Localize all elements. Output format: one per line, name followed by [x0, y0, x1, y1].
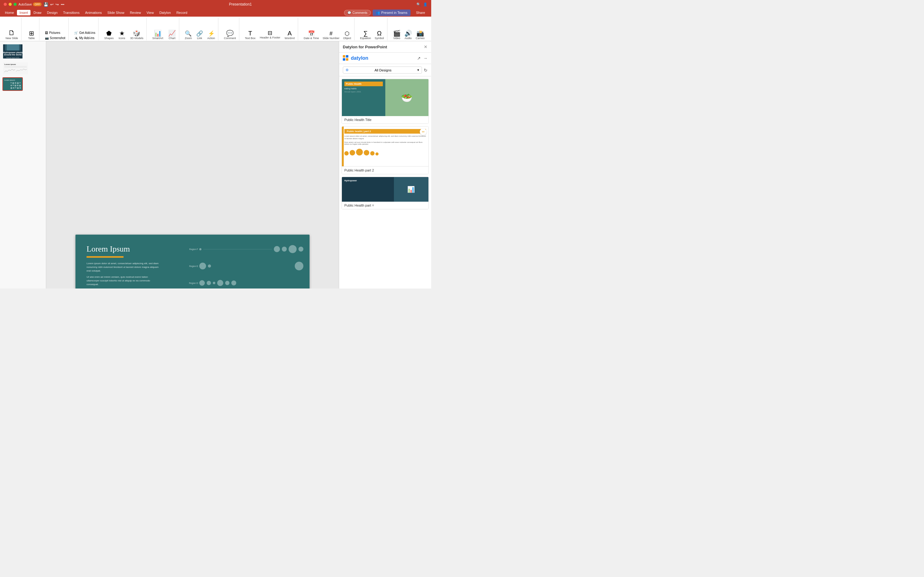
slide-thumb-wrapper-3: 3 Lorem ipsum	[2, 77, 44, 91]
textbox-btn[interactable]: T Text Box	[243, 29, 257, 40]
table-btn[interactable]: ⊞ Table	[27, 29, 36, 40]
design-card-2[interactable]: ✏ Public health | part 2 Lorem ipsum dol…	[342, 126, 429, 174]
smartart-btn[interactable]: 📊 SmartArt	[151, 29, 164, 40]
ph2-bubble	[376, 152, 379, 155]
chart-row-e: Region E	[183, 258, 303, 275]
ribbon-group-diagrams: 📊 SmartArt 📈 Chart	[149, 18, 179, 40]
shapes-icon: ⬟	[106, 30, 111, 36]
close-btn[interactable]	[4, 3, 7, 6]
textbox-icon: T	[248, 30, 252, 36]
undo-icon[interactable]: ↩	[50, 2, 53, 7]
action-icon: ⚡	[208, 31, 214, 36]
external-link-icon[interactable]: ↗	[417, 56, 421, 61]
menu-transitions[interactable]: Transitions	[61, 10, 82, 15]
slide-thumb-3[interactable]: Lorem ipsum	[2, 77, 23, 91]
audio-btn[interactable]: 🔊 Audio	[403, 29, 413, 40]
more-options-icon[interactable]: •••	[61, 2, 65, 6]
get-addins-btn[interactable]: 🛒 Get Add-ins	[73, 31, 97, 35]
ribbon-group-slides: 🗋 New Slide	[2, 18, 21, 40]
designs-list: Public Health eating habits Annual repor…	[339, 76, 431, 288]
bubble	[199, 248, 202, 250]
minimize-btn[interactable]	[9, 3, 12, 6]
shapes-btn[interactable]: ⬟ Shapes	[103, 29, 115, 40]
comment-btn[interactable]: 💬 Comment	[223, 29, 237, 40]
bubble	[199, 280, 205, 286]
chart-row-d: Region D	[183, 275, 303, 289]
panel-close-btn[interactable]: ✕	[424, 44, 427, 49]
object-btn[interactable]: ⬡ Object	[342, 30, 352, 40]
datylon-logo-icon	[343, 55, 349, 61]
addins-icon: 🔌	[74, 36, 78, 40]
3d-icon: 🎲	[133, 30, 140, 36]
present-teams-btn[interactable]: 👥 Present in Teams	[373, 10, 411, 16]
video-btn[interactable]: 🎬 Video	[392, 29, 402, 40]
menu-home[interactable]: Home	[2, 10, 16, 15]
title-bar-left: AutoSave OFF 💾 ↩ ↪ •••	[4, 2, 65, 7]
header-footer-btn[interactable]: ⊟ Header & Footer	[259, 29, 282, 40]
slide-thumb-2[interactable]: Lorem ipsum	[2, 61, 29, 75]
slide-title: Lorem Ipsum	[87, 245, 130, 254]
datylon-brand: datylon	[343, 55, 368, 61]
share-btn[interactable]: Share	[413, 10, 429, 16]
menu-insert[interactable]: Insert	[17, 10, 31, 15]
equation-btn[interactable]: ∑ Equation	[359, 29, 373, 40]
slide-canvas[interactable]: Lorem Ipsum Lorem ipsum dolor sit amet, …	[76, 235, 310, 289]
datylon-panel: Datylon for PowerPoint ✕ datylon ↗ →	[339, 41, 431, 288]
wordart-btn[interactable]: A WordArt	[283, 29, 296, 40]
bubble-chart: Region F Region E	[183, 241, 303, 289]
menu-record[interactable]: Record	[174, 10, 190, 15]
ph-subtitle: eating habits	[344, 87, 383, 90]
save-icon[interactable]: 💾	[44, 2, 48, 7]
cameo-btn[interactable]: 📸 Cameo	[414, 29, 426, 40]
menu-animations[interactable]: Animations	[82, 10, 104, 15]
ph-report: Annual report | 2021	[344, 91, 383, 93]
account-icon[interactable]: 👤	[423, 2, 427, 6]
bubble	[199, 263, 206, 269]
3d-models-btn[interactable]: 🎲 3D Models	[129, 29, 144, 40]
menu-view[interactable]: View	[144, 10, 156, 15]
datetime-btn[interactable]: 📅 Date & Time	[302, 30, 320, 40]
my-addins-btn[interactable]: 🔌 My Add-ins	[73, 36, 95, 40]
bubble	[274, 246, 280, 252]
pictures-icon: 🖼	[45, 31, 48, 34]
symbol-btn[interactable]: Ω Symbol	[374, 29, 385, 40]
table-icon: ⊞	[29, 30, 34, 36]
redo-icon[interactable]: ↪	[55, 2, 59, 7]
slide-thumb-1[interactable]: Hydropower plantsaround the world Annual…	[2, 44, 23, 59]
datetime-icon: 📅	[308, 31, 315, 36]
ribbon-group-shapes: ⬟ Shapes ★ Icons 🎲 3D Models	[101, 18, 147, 40]
teams-icon: 👥	[376, 11, 380, 15]
menu-slideshow[interactable]: Slide Show	[105, 10, 127, 15]
menu-draw[interactable]: Draw	[31, 10, 44, 15]
link-btn[interactable]: 🔗 Link	[195, 30, 204, 40]
refresh-btn[interactable]: ↻	[424, 68, 427, 73]
filter-dropdown[interactable]: ⚙ All Designs ▾	[343, 66, 422, 74]
zoom-btn[interactable]: 🔍 Zoom	[184, 30, 193, 40]
design-card-3[interactable]: 📊 Hydropower Public Health part =	[342, 177, 429, 210]
ribbon-group-addins: 🛒 Get Add-ins 🔌 My Add-ins	[71, 18, 98, 40]
menu-design[interactable]: Design	[45, 10, 60, 15]
autosave-toggle[interactable]: OFF	[33, 2, 42, 6]
menu-review[interactable]: Review	[127, 10, 144, 15]
menu-datylon[interactable]: Datylon	[157, 10, 173, 15]
comments-btn[interactable]: 💬 Comments	[344, 10, 371, 16]
icons-btn[interactable]: ★ Icons	[117, 29, 127, 40]
new-slide-btn[interactable]: 🗋 New Slide	[4, 29, 19, 40]
logout-icon[interactable]: →	[423, 56, 427, 61]
slidenumber-btn[interactable]: # Slide Number	[321, 30, 341, 40]
ph2-header: Public health | part 2	[344, 129, 426, 134]
maximize-btn[interactable]	[14, 3, 17, 6]
ribbon-group-media: 🎬 Video 🔊 Audio 📸 Cameo	[390, 18, 428, 40]
accent-bar	[342, 127, 344, 166]
ribbon-group-images: 🖼 Pictures 📷 Screenshot	[42, 18, 69, 40]
edit-icon[interactable]: ✏	[420, 128, 427, 135]
search-icon[interactable]: 🔍	[416, 2, 421, 6]
design-card-1[interactable]: Public Health eating habits Annual repor…	[342, 79, 429, 124]
action-btn[interactable]: ⚡ Action	[206, 30, 216, 40]
slide-thumb-wrapper-2: 2 Lorem ipsum	[2, 61, 44, 75]
screenshot-icon: 📷	[45, 36, 49, 40]
chart-btn[interactable]: 📈 Chart	[167, 29, 177, 40]
chart-icon: 📈	[168, 30, 176, 36]
pictures-btn[interactable]: 🖼 Pictures	[44, 31, 61, 35]
screenshot-btn[interactable]: 📷 Screenshot	[44, 36, 67, 40]
